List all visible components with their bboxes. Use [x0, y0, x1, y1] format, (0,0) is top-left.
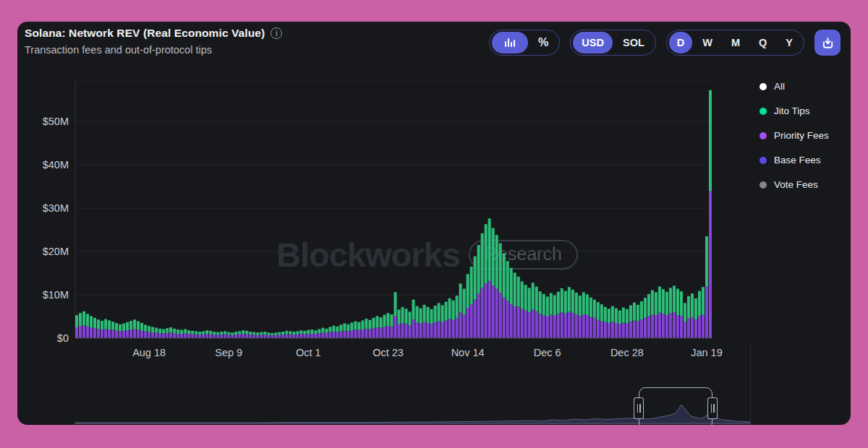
bar-segment[interactable] — [622, 337, 625, 338]
bar-segment[interactable] — [492, 228, 495, 286]
bar-segment[interactable] — [213, 337, 216, 338]
bar-segment[interactable] — [234, 332, 237, 335]
bar-segment[interactable] — [108, 337, 111, 338]
bar-segment[interactable] — [676, 315, 679, 337]
bar-segment[interactable] — [535, 287, 538, 311]
bar-segment[interactable] — [535, 337, 538, 338]
bar-segment[interactable] — [386, 326, 389, 337]
bar-segment[interactable] — [318, 337, 320, 338]
bar-segment[interactable] — [499, 293, 502, 337]
bar-segment[interactable] — [278, 337, 281, 338]
bar-segment[interactable] — [470, 337, 473, 338]
bar-segment[interactable] — [122, 337, 125, 338]
bar-segment[interactable] — [604, 322, 607, 337]
bar-segment[interactable] — [260, 337, 263, 338]
bar-segment[interactable] — [361, 320, 364, 329]
bar-segment[interactable] — [651, 337, 654, 338]
bar-segment[interactable] — [191, 335, 194, 337]
bar-segment[interactable] — [477, 337, 480, 338]
bar-segment[interactable] — [169, 327, 172, 332]
bar-segment[interactable] — [687, 296, 690, 319]
bar-segment[interactable] — [423, 337, 426, 338]
bar-segment[interactable] — [698, 291, 701, 316]
bar-segment[interactable] — [119, 324, 122, 332]
bar-segment[interactable] — [528, 337, 531, 338]
chart-type-bars-button[interactable] — [492, 32, 528, 53]
bar-segment[interactable] — [310, 337, 313, 338]
bar-segment[interactable] — [119, 331, 122, 337]
bar-segment[interactable] — [173, 333, 176, 337]
bar-segment[interactable] — [82, 337, 85, 338]
bar-segment[interactable] — [694, 337, 697, 338]
bar-segment[interactable] — [155, 337, 158, 338]
bar-segment[interactable] — [604, 337, 607, 338]
bar-segment[interactable] — [195, 331, 197, 334]
bar-segment[interactable] — [485, 337, 488, 338]
bar-segment[interactable] — [108, 320, 111, 329]
bar-segment[interactable] — [445, 337, 448, 338]
bar-segment[interactable] — [658, 337, 661, 338]
bar-segment[interactable] — [101, 321, 103, 329]
bar-segment[interactable] — [430, 337, 433, 338]
bar-segment[interactable] — [205, 334, 208, 337]
bar-segment[interactable] — [140, 337, 143, 338]
bar-segment[interactable] — [140, 331, 143, 337]
bar-segment[interactable] — [669, 337, 672, 338]
bar-segment[interactable] — [557, 337, 560, 338]
bar-segment[interactable] — [122, 324, 125, 331]
bar-segment[interactable] — [524, 311, 527, 337]
bar-segment[interactable] — [144, 337, 147, 338]
legend-item-base-fees[interactable]: Base Fees — [760, 155, 829, 165]
bar-segment[interactable] — [365, 319, 367, 329]
bar-segment[interactable] — [709, 191, 712, 337]
bar-segment[interactable] — [532, 337, 535, 338]
bar-segment[interactable] — [122, 331, 125, 337]
bar-segment[interactable] — [434, 306, 437, 322]
bar-segment[interactable] — [256, 337, 259, 338]
bar-segment[interactable] — [321, 332, 324, 337]
bar-segment[interactable] — [597, 337, 600, 338]
bar-segment[interactable] — [184, 333, 187, 337]
bar-segment[interactable] — [97, 337, 100, 338]
download-image-button[interactable] — [814, 30, 841, 56]
bar-segment[interactable] — [155, 328, 158, 333]
bar-segment[interactable] — [503, 298, 506, 337]
bar-segment[interactable] — [195, 337, 197, 338]
bar-segment[interactable] — [597, 302, 600, 320]
bar-segment[interactable] — [669, 288, 672, 313]
bar-segment[interactable] — [633, 337, 636, 338]
bar-segment[interactable] — [169, 332, 172, 337]
bar-segment[interactable] — [158, 337, 161, 338]
bar-segment[interactable] — [495, 289, 498, 337]
bar-segment[interactable] — [629, 337, 632, 338]
bar-segment[interactable] — [524, 337, 527, 338]
bar-segment[interactable] — [420, 309, 422, 324]
bar-segment[interactable] — [314, 334, 317, 337]
bar-segment[interactable] — [220, 335, 223, 337]
bar-segment[interactable] — [346, 337, 349, 338]
bar-segment[interactable] — [303, 335, 306, 337]
bar-segment[interactable] — [158, 333, 161, 337]
bar-segment[interactable] — [492, 337, 495, 338]
bar-segment[interactable] — [665, 337, 668, 338]
bar-segment[interactable] — [191, 331, 194, 335]
bar-segment[interactable] — [332, 332, 335, 337]
bar-segment[interactable] — [205, 337, 208, 338]
bar-segment[interactable] — [357, 322, 360, 330]
bar-segment[interactable] — [438, 337, 441, 338]
bar-segment[interactable] — [220, 332, 223, 335]
bar-segment[interactable] — [101, 337, 103, 338]
bar-segment[interactable] — [456, 296, 459, 318]
bar-segment[interactable] — [321, 337, 324, 338]
bar-segment[interactable] — [506, 337, 509, 338]
bar-segment[interactable] — [629, 337, 632, 338]
chart-type-percent-button[interactable]: % — [529, 32, 557, 53]
currency-usd-button[interactable]: USD — [573, 32, 613, 53]
bar-segment[interactable] — [252, 332, 255, 335]
bar-segment[interactable] — [325, 329, 328, 333]
bar-segment[interactable] — [285, 337, 288, 338]
bar-segment[interactable] — [658, 287, 661, 313]
bar-segment[interactable] — [546, 337, 549, 338]
bar-segment[interactable] — [79, 326, 82, 337]
bar-segment[interactable] — [597, 337, 600, 338]
